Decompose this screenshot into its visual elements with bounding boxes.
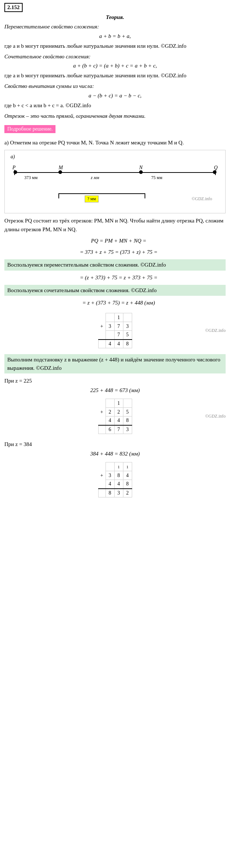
result-op-2 [98,425,106,434]
step1-text: Отрезок PQ состоит из трёх отрезков: PM,… [4,216,226,234]
subtraction-description: где b + c < a или b + c = a. ©GDZ.info [4,102,91,108]
segment-line [14,172,216,173]
row2-3: 4 4 8 [98,480,132,489]
formula2: = 373 + z + 75 = (373 + z) + 75 = [12,247,226,257]
r1c1: 3 [106,322,114,331]
row2-2: 4 4 8 [98,416,132,425]
associative-description: где a и b могут принимать любые натураль… [4,73,187,78]
addition-subtable-2: 1 + 2 2 5 4 4 8 [98,396,132,437]
page-container: 2.152 Теория. Переместительное свойство … [0,0,230,520]
case2-condition: При z = 384 [4,440,226,449]
carry2-3 [123,399,132,408]
r1c1-3: 3 [106,471,114,480]
r2c1-3: 4 [106,480,114,489]
op-plus-2: + [98,408,106,416]
case1-condition: При z = 225 [4,376,226,385]
carry-op-2 [98,399,106,408]
diagram-container: а) P M N Q 373 мм z мм 75 мм [4,150,226,213]
carry-row-3: 1 1 [98,462,132,471]
addition-table-wrapper-2: 1 + 2 2 5 4 4 8 [4,396,226,437]
op-empty-3 [98,480,106,489]
r2c2: 7 [114,331,123,340]
res2-2: 7 [114,425,123,434]
carry-row-2: 1 [98,399,132,408]
calc-block-3: = z + (373 + 75) = z + 448 (мм) [12,298,226,308]
r1c3-2: 5 [123,408,132,416]
result-row-1: 4 4 8 [98,340,132,348]
commutative-description: где a и b могут принимать любые натураль… [4,43,187,49]
formula4: = z + (373 + 75) = z + 448 (мм) [12,298,226,308]
addition-subtable-3: 1 1 + 3 8 4 4 4 8 [98,459,132,500]
addition-subtable-1: 1 + 3 7 3 7 5 [98,310,132,351]
point-N [139,170,143,174]
gdz-info-2: ©GDZ.info [132,414,226,419]
carry-1 [106,313,114,322]
measure-MN: z мм [91,175,99,181]
problem-number: 2.152 [4,3,23,12]
step1-label: Отрезок PQ состоит из трёх отрезков: PM,… [4,218,223,232]
r2c1-2: 4 [106,416,114,425]
case1-formula: 225 + 448 = 673 (мм) [4,387,226,394]
label-M: M [58,165,63,171]
measure-PM: 373 мм [24,175,38,181]
r2c3: 5 [123,331,132,340]
commutative-desc: где a и b могут принимать любые натураль… [4,42,226,50]
subtraction-formula: a − (b + c) = a − b − c, [4,93,226,99]
op-empty-2 [98,416,106,425]
diagram-label: а) [11,154,219,160]
op-plus: + [98,322,106,331]
carry-row-1: 1 [98,313,132,322]
brace-left [58,193,59,198]
case2-formula: 384 + 448 = 832 (мм) [4,451,226,457]
addition-grid-2: 1 + 2 2 5 4 4 8 [98,399,132,434]
row1-3: + 3 8 4 [98,471,132,480]
case2-container: При z = 384 384 + 448 = 832 (мм) 1 1 + [4,440,226,500]
row2-1: 7 5 [98,331,132,340]
carry3-1 [106,462,114,471]
carry-op-3 [98,462,106,471]
point-Q [213,170,216,174]
associative-title: Сочетательное свойство сложения: [4,53,226,61]
segment-label: Отрезок – это часть прямой, ограниченная… [4,113,146,119]
r1c3-3: 4 [123,471,132,480]
case1-container: При z = 225 225 + 448 = 673 (мм) 1 + [4,376,226,437]
res3: 8 [123,340,132,348]
r2c1 [106,331,114,340]
measure-NQ: 75 мм [151,175,162,181]
r2c2-2: 4 [114,416,123,425]
calc-block-2: = (z + 373) + 75 = z + 373 + 75 = [12,273,226,283]
theory-title: Теория. [4,14,226,20]
carry-2: 1 [114,313,123,322]
label-Q: Q [214,165,218,171]
solution-label: Подробное решение. [4,125,55,133]
r1c2-2: 2 [114,408,123,416]
label-P: P [12,165,16,171]
carry2-1 [106,399,114,408]
res1-3: 8 [106,489,114,497]
addition-table-wrapper-3: 1 1 + 3 8 4 4 4 8 [4,459,226,500]
addition-table-wrapper-1: 1 + 3 7 3 7 5 [4,310,226,351]
diagram-gdz: ©GDZ.info [192,196,212,202]
formula3: = (z + 373) + 75 = z + 373 + 75 = [12,273,226,283]
brace-top [58,193,145,194]
step2-text: Выполним подстановку z в выражение (z + … [4,354,226,373]
r1c3: 3 [123,322,132,331]
result-op [98,340,106,348]
r2c3-3: 8 [123,480,132,489]
carry-op [98,313,106,322]
associative-desc: где a и b могут принимать любые натураль… [4,71,226,80]
point-P [14,170,17,174]
res1: 4 [106,340,114,348]
gdz-info-1: ©GDZ.info [132,328,226,333]
subtraction-title: Свойство вычитания суммы из числа: [4,82,226,90]
res3-3: 2 [123,489,132,497]
r1c2: 7 [114,322,123,331]
segment-def: Отрезок – это часть прямой, ограниченная… [4,112,226,120]
bottom-spacer [4,503,226,517]
op-empty [98,331,106,340]
r1c1-2: 2 [106,408,114,416]
formula1: PQ = PM + MN + NQ = [12,236,226,246]
carry-3 [123,313,132,322]
subtraction-label: Свойство вычитания суммы из числа: [4,83,94,89]
label-N: N [139,165,142,171]
